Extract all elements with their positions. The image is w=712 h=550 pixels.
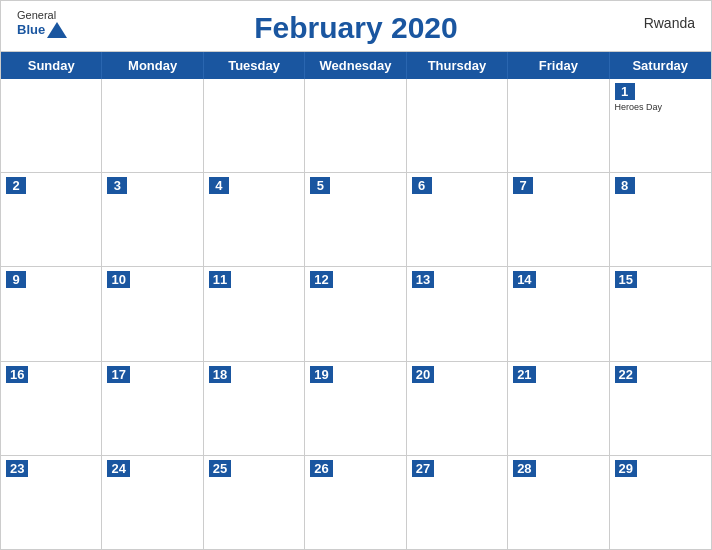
- day-number: 3: [107, 177, 127, 194]
- day-cell: 14: [508, 267, 609, 360]
- day-headers-row: SundayMondayTuesdayWednesdayThursdayFrid…: [1, 52, 711, 79]
- day-cell: 19: [305, 362, 406, 455]
- day-header-tuesday: Tuesday: [204, 52, 305, 79]
- day-number: 14: [513, 271, 535, 288]
- day-number: 29: [615, 460, 637, 477]
- month-title: February 2020: [254, 11, 457, 45]
- day-cell: [508, 79, 609, 172]
- holiday-text: Heroes Day: [615, 102, 706, 112]
- week-row-4: 23242526272829: [1, 456, 711, 549]
- day-number: 5: [310, 177, 330, 194]
- logo-blue: Blue: [17, 22, 45, 38]
- day-number: 22: [615, 366, 637, 383]
- day-cell: 13: [407, 267, 508, 360]
- day-number: 26: [310, 460, 332, 477]
- week-row-0: 1Heroes Day: [1, 79, 711, 173]
- day-header-monday: Monday: [102, 52, 203, 79]
- day-number: 12: [310, 271, 332, 288]
- day-number: 27: [412, 460, 434, 477]
- logo-icon: [47, 22, 67, 38]
- day-number: 15: [615, 271, 637, 288]
- week-row-3: 16171819202122: [1, 362, 711, 456]
- calendar-container: General Blue February 2020 Rwanda Sunday…: [0, 0, 712, 550]
- day-number: 8: [615, 177, 635, 194]
- day-cell: 25: [204, 456, 305, 549]
- calendar-grid: SundayMondayTuesdayWednesdayThursdayFrid…: [1, 51, 711, 549]
- day-number: 23: [6, 460, 28, 477]
- day-cell: 17: [102, 362, 203, 455]
- day-header-saturday: Saturday: [610, 52, 711, 79]
- day-cell: 1Heroes Day: [610, 79, 711, 172]
- day-cell: 8: [610, 173, 711, 266]
- day-cell: 21: [508, 362, 609, 455]
- day-cell: 15: [610, 267, 711, 360]
- day-cell: 3: [102, 173, 203, 266]
- country-label: Rwanda: [644, 15, 695, 31]
- day-number: 24: [107, 460, 129, 477]
- calendar-header: General Blue February 2020 Rwanda: [1, 1, 711, 51]
- day-cell: 4: [204, 173, 305, 266]
- day-number: 13: [412, 271, 434, 288]
- day-cell: 9: [1, 267, 102, 360]
- day-number: 6: [412, 177, 432, 194]
- logo-area: General Blue: [17, 9, 67, 38]
- day-cell: 5: [305, 173, 406, 266]
- day-number: 19: [310, 366, 332, 383]
- day-cell: 16: [1, 362, 102, 455]
- day-cell: 27: [407, 456, 508, 549]
- day-cell: 22: [610, 362, 711, 455]
- day-number: 28: [513, 460, 535, 477]
- day-header-wednesday: Wednesday: [305, 52, 406, 79]
- day-cell: 10: [102, 267, 203, 360]
- day-header-sunday: Sunday: [1, 52, 102, 79]
- day-cell: 11: [204, 267, 305, 360]
- day-number: 4: [209, 177, 229, 194]
- day-cell: [204, 79, 305, 172]
- day-number: 11: [209, 271, 231, 288]
- logo-general: General: [17, 9, 67, 22]
- weeks-container: 1Heroes Day23456789101112131415161718192…: [1, 79, 711, 549]
- day-number: 16: [6, 366, 28, 383]
- svg-marker-0: [47, 22, 67, 38]
- day-cell: 12: [305, 267, 406, 360]
- day-number: 25: [209, 460, 231, 477]
- day-cell: 7: [508, 173, 609, 266]
- day-number: 9: [6, 271, 26, 288]
- day-cell: 28: [508, 456, 609, 549]
- day-number: 2: [6, 177, 26, 194]
- day-number: 10: [107, 271, 129, 288]
- day-cell: 24: [102, 456, 203, 549]
- week-row-1: 2345678: [1, 173, 711, 267]
- day-number: 21: [513, 366, 535, 383]
- day-cell: [305, 79, 406, 172]
- day-cell: 26: [305, 456, 406, 549]
- day-header-friday: Friday: [508, 52, 609, 79]
- week-row-2: 9101112131415: [1, 267, 711, 361]
- day-cell: 29: [610, 456, 711, 549]
- day-cell: [102, 79, 203, 172]
- day-cell: 20: [407, 362, 508, 455]
- day-number: 17: [107, 366, 129, 383]
- day-number: 1: [615, 83, 635, 100]
- day-header-thursday: Thursday: [407, 52, 508, 79]
- day-number: 18: [209, 366, 231, 383]
- day-cell: 2: [1, 173, 102, 266]
- day-number: 20: [412, 366, 434, 383]
- day-cell: 18: [204, 362, 305, 455]
- day-cell: [1, 79, 102, 172]
- day-cell: 23: [1, 456, 102, 549]
- day-cell: 6: [407, 173, 508, 266]
- day-cell: [407, 79, 508, 172]
- day-number: 7: [513, 177, 533, 194]
